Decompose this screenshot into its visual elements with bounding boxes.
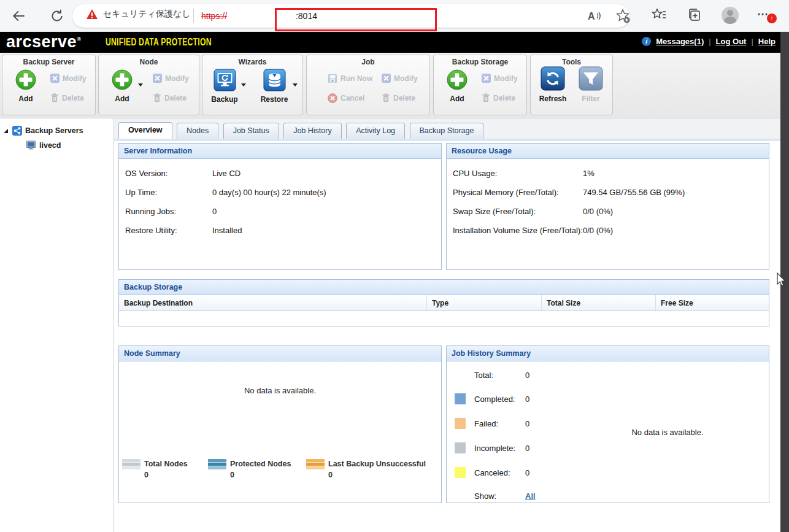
add-icon: [111, 69, 133, 91]
grid-header: Backup Destination Type Total Size Free …: [119, 295, 769, 311]
panel-title: Node Summary: [119, 346, 441, 361]
resource-row: Installation Volume Size (Free/Total):0/…: [453, 221, 769, 240]
menu-notification-badge: ↑: [767, 13, 777, 23]
status-swatch-canceled: [455, 467, 466, 478]
column-free-size[interactable]: Free Size: [656, 295, 769, 310]
resource-row: CPU Usage:1%: [453, 164, 769, 183]
header-links: i Messages(1) | Log Out | Help: [642, 37, 776, 46]
arcserve-logo: arcserve®: [6, 33, 81, 52]
job-run-now-button[interactable]: Run Now: [328, 74, 372, 83]
security-warning-icon: [86, 9, 98, 20]
legend-protected-nodes: Protected Nodes0: [208, 458, 291, 480]
job-delete-button[interactable]: Delete: [382, 93, 415, 102]
show-all-link[interactable]: All: [525, 492, 536, 501]
address-bar[interactable]: セキュリティ保護なし https:// :8014 A: [72, 4, 629, 28]
read-aloud-icon[interactable]: A: [587, 9, 602, 23]
refresh-button[interactable]: Refresh: [533, 66, 572, 103]
panel-title: Job History Summary: [447, 346, 769, 361]
group-node: Node Add Modify Delete: [98, 55, 199, 115]
column-type[interactable]: Type: [427, 295, 542, 310]
tab-job-history[interactable]: Job History: [283, 123, 342, 139]
avatar: [722, 7, 739, 24]
tab-backup-storage[interactable]: Backup Storage: [410, 123, 484, 139]
app-header: arcserve® UNIFIED DATA PROTECTION i Mess…: [0, 32, 789, 53]
backup-storage-add-button[interactable]: Add: [437, 69, 477, 103]
ribbon-toolbar: Backup Server Add Modify Delete Node Add…: [0, 53, 789, 118]
redaction-annotation: [275, 8, 437, 31]
logout-link[interactable]: Log Out: [716, 37, 747, 46]
backup-storage-delete-button[interactable]: Delete: [482, 93, 515, 102]
job-history-row-show: Show:All: [455, 492, 536, 501]
restore-wizard-button[interactable]: Restore: [255, 69, 294, 104]
restore-wizard-dropdown-arrow[interactable]: [293, 83, 298, 87]
server-info-row: Restore Utility:Installed: [125, 221, 441, 240]
tree-expand-caret[interactable]: [4, 129, 8, 133]
delete-icon: [482, 93, 490, 102]
legend-total-nodes: Total Nodes0: [122, 458, 188, 480]
filter-icon: [579, 66, 603, 91]
panel-server-information: Server Information OS Version:Live CD Up…: [118, 143, 442, 270]
browser-toolbar: セキュリティ保護なし https:// :8014 A ⋯ ↑: [0, 0, 789, 32]
legend-last-backup-unsuccessful: Last Backup Unsuccessful0: [306, 458, 426, 480]
panel-title: Server Information: [119, 144, 441, 159]
delete-icon: [50, 93, 59, 102]
panel-job-history-summary: Job History Summary Total:0 Completed:0 …: [446, 345, 769, 503]
favorites-bar-icon[interactable]: [650, 7, 668, 24]
backup-server-delete-button[interactable]: Delete: [50, 93, 84, 102]
group-job: Job Run Now Modify Cancel Delete: [306, 55, 430, 115]
backup-wizard-button[interactable]: Backup: [205, 69, 244, 104]
resource-row: Physical Memory (Free/Total):749.54 GB/7…: [453, 183, 769, 202]
mouse-cursor: [777, 272, 786, 287]
node-add-dropdown-arrow[interactable]: [138, 83, 143, 87]
profile-avatar[interactable]: [722, 7, 739, 24]
backup-server-add-button[interactable]: Add: [6, 69, 45, 103]
help-link[interactable]: Help: [758, 37, 776, 46]
group-wizards: Wizards Backup Restore: [202, 55, 303, 115]
backup-wizard-icon: [214, 69, 236, 91]
product-name: UNIFIED DATA PROTECTION: [106, 36, 212, 48]
panel-node-summary: Node Summary No data is available. Total…: [118, 345, 442, 503]
backup-storage-modify-button[interactable]: Modify: [482, 74, 518, 83]
tab-job-status[interactable]: Job Status: [223, 123, 279, 139]
node-add-button[interactable]: Add: [102, 69, 142, 103]
tree-node-backup-servers[interactable]: Backup Servers: [4, 126, 83, 136]
security-warning-text: セキュリティ保護なし: [103, 9, 191, 20]
delete-icon: [382, 93, 390, 102]
page-refresh-icon[interactable]: [49, 8, 65, 24]
job-modify-button[interactable]: Modify: [382, 74, 418, 83]
column-total-size[interactable]: Total Size: [542, 295, 656, 310]
column-backup-destination[interactable]: Backup Destination: [119, 295, 427, 310]
panel-title: Backup Storage: [119, 280, 769, 295]
add-favorite-icon[interactable]: [615, 8, 631, 24]
node-delete-button[interactable]: Delete: [153, 93, 187, 102]
status-swatch-incomplete: [455, 442, 466, 453]
modify-icon: [50, 74, 60, 83]
server-info-row: OS Version:Live CD: [125, 164, 441, 183]
tab-overview[interactable]: Overview: [118, 122, 172, 139]
tab-activity-log[interactable]: Activity Log: [346, 123, 405, 139]
delete-icon: [153, 93, 161, 102]
tree-node-livecd[interactable]: livecd: [26, 141, 61, 150]
main-tabstrip: Overview Nodes Job Status Job History Ac…: [114, 118, 780, 139]
server-monitor-icon: [26, 141, 36, 150]
modify-icon: [382, 74, 391, 83]
job-cancel-button[interactable]: Cancel: [328, 93, 364, 103]
backup-wizard-dropdown-arrow[interactable]: [241, 83, 246, 87]
panel-resource-usage: Resource Usage CPU Usage:1% Physical Mem…: [446, 143, 769, 270]
tab-nodes[interactable]: Nodes: [177, 123, 218, 139]
legend-swatch: [208, 459, 226, 469]
site-info-button[interactable]: セキュリティ保護なし: [86, 9, 191, 20]
filter-button[interactable]: Filter: [571, 66, 610, 103]
collections-icon[interactable]: [686, 7, 703, 24]
panel-title: Resource Usage: [447, 144, 769, 159]
url-scheme: https://: [201, 11, 227, 21]
job-history-row-total: Total:0: [455, 371, 529, 380]
status-swatch-failed: [455, 418, 466, 429]
add-icon: [446, 69, 468, 91]
backup-server-modify-button[interactable]: Modify: [50, 74, 87, 83]
info-icon: i: [642, 37, 651, 46]
node-modify-button[interactable]: Modify: [153, 74, 189, 83]
back-icon[interactable]: [11, 8, 27, 24]
messages-link[interactable]: Messages(1): [656, 37, 704, 46]
legend-swatch: [306, 459, 325, 469]
